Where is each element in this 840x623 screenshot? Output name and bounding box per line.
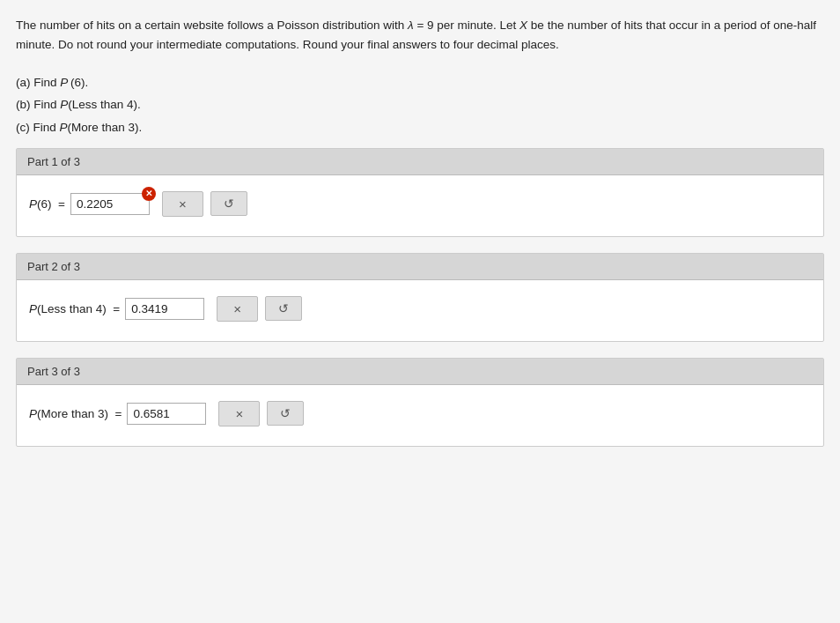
part2-answer-input[interactable] <box>125 298 204 320</box>
part1-input-wrapper: ✕ <box>70 193 150 215</box>
part2-check-button[interactable]: × <box>217 296 258 322</box>
part2-reset-icon: ↺ <box>278 301 289 315</box>
part2-input-wrapper <box>125 298 204 320</box>
part1-label: P(6) = <box>29 197 65 211</box>
part3-answer-input[interactable] <box>127 403 206 425</box>
part1-reset-button[interactable]: ↺ <box>210 191 247 216</box>
part3-reset-button[interactable]: ↺ <box>267 401 304 426</box>
part3-label: P(More than 3) = <box>29 407 122 420</box>
part2-header: Part 2 of 3 <box>17 254 823 280</box>
main-container: The number of hits on a certain website … <box>0 0 840 623</box>
part2-section: Part 2 of 3 P(Less than 4) = × ↺ <box>16 253 824 342</box>
part3-check-button[interactable]: × <box>218 401 260 426</box>
problem-description: The number of hits on a certain website … <box>16 16 824 137</box>
part1-check-button[interactable]: × <box>162 191 203 217</box>
part3-input-wrapper <box>127 403 206 425</box>
sub-question-a: (a) Find P (6). <box>16 73 824 93</box>
part1-header: Part 1 of 3 <box>17 149 823 175</box>
part1-answer-input[interactable] <box>70 193 150 215</box>
part2-body: P(Less than 4) = × ↺ <box>17 280 823 341</box>
sub-question-b: (b) Find P(Less than 4). <box>16 95 824 115</box>
part1-body: P(6) = ✕ × ↺ <box>17 175 823 236</box>
part3-section: Part 3 of 3 P(More than 3) = × ↺ <box>16 358 824 447</box>
part1-reset-icon: ↺ <box>224 197 234 211</box>
part2-reset-button[interactable]: ↺ <box>265 296 302 321</box>
part3-header: Part 3 of 3 <box>17 359 823 385</box>
part3-reset-icon: ↺ <box>280 406 291 420</box>
part3-body: P(More than 3) = × ↺ <box>17 385 823 446</box>
part1-section: Part 1 of 3 P(6) = ✕ × ↺ <box>16 148 824 237</box>
problem-intro: The number of hits on a certain website … <box>16 16 824 54</box>
part2-check-icon: × <box>233 301 241 316</box>
part2-label: P(Less than 4) = <box>29 302 120 315</box>
part3-check-icon: × <box>235 406 243 421</box>
part1-error-badge: ✕ <box>142 187 156 201</box>
part1-check-icon: × <box>179 197 187 211</box>
sub-question-c: (c) Find P(More than 3). <box>16 118 824 137</box>
